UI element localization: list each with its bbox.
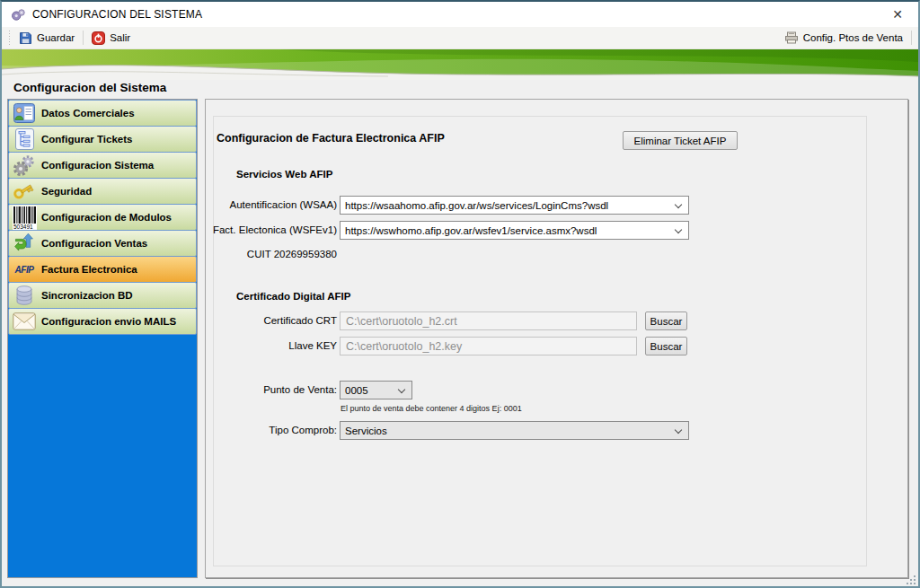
buscar-crt-button[interactable]: Buscar (645, 312, 687, 330)
wsaa-value: https://wsaahomo.afip.gov.ar/ws/services… (345, 200, 608, 211)
sidebar-item-label: Datos Comerciales (41, 108, 135, 118)
sidebar-item-label: Configurar Tickets (41, 134, 132, 145)
main-panel: Configuracion de Factura Electronica AFI… (205, 99, 908, 578)
banner-swoosh-graphic (2, 49, 918, 80)
toolbar-grip[interactable] (8, 31, 11, 46)
green-banner (2, 49, 918, 80)
punto-venta-hint: El punto de venta debe contener 4 digito… (341, 404, 522, 413)
barcode-icon: 503491 503491 (12, 206, 37, 230)
business-card-icon (12, 101, 37, 126)
cash-register-icon (784, 31, 799, 44)
save-label: Guardar (37, 32, 75, 43)
gears-icon (12, 154, 37, 178)
chevron-down-icon[interactable] (675, 226, 682, 233)
tipo-comprob-value: Servicios (345, 426, 387, 436)
eliminar-ticket-afip-button[interactable]: Eliminar Ticket AFIP (623, 131, 738, 150)
sidebar-item-label: Factura Electronica (41, 264, 137, 275)
tipo-comprob-combobox[interactable]: Servicios (340, 421, 689, 440)
wsfe-value: https://wswhomo.afip.gov.ar/wsfev1/servi… (345, 225, 597, 236)
punto-venta-value: 0005 (345, 385, 368, 396)
wsfe-label: Fact. Electonica (WSFEv1) (206, 224, 337, 235)
sidebar-item-label: Configuracion envio MAILS (41, 316, 176, 327)
database-icon (12, 284, 37, 308)
close-icon[interactable]: ✕ (882, 4, 913, 25)
llave-key-label: Llave KEY (206, 340, 337, 351)
exit-label: Salir (110, 32, 130, 43)
envelope-icon (12, 310, 37, 334)
app-window: CONFIGURACION DEL SISTEMA ✕ Guardar Sali… (0, 0, 920, 588)
servicios-web-afip-header: Servicios Web AFIP (236, 169, 332, 180)
sidebar-item-configuracion-ventas[interactable]: Configuracion Ventas (8, 230, 197, 257)
tipo-comprob-label: Tipo Comprob: (206, 425, 337, 435)
punto-venta-combobox[interactable]: 0005 (340, 381, 412, 399)
main-section-title: Configuracion de Factura Electronica AFI… (217, 132, 445, 145)
toolbar-separator (911, 31, 912, 45)
ticket-tree-icon (12, 127, 37, 152)
sync-arrows-icon (12, 232, 37, 256)
title-bar: CONFIGURACION DEL SISTEMA ✕ (2, 2, 918, 27)
sidebar-item-label: Configuracion de Modulos (41, 212, 172, 223)
chevron-down-icon[interactable] (675, 426, 682, 434)
buscar-key-button[interactable]: Buscar (645, 337, 687, 355)
chevron-down-icon[interactable] (675, 201, 682, 208)
sidebar-nav: Datos Comerciales Configurar Tickets (7, 99, 198, 578)
resize-grip[interactable] (906, 575, 916, 584)
barcode-number: 503491 (13, 224, 33, 230)
sidebar-item-sincronizacion-bd[interactable]: Sincronizacion BD (8, 282, 197, 309)
wsaa-combobox[interactable]: https://wsaahomo.afip.gov.ar/ws/services… (340, 196, 689, 215)
wsaa-label: Autentificacion (WSAA) (206, 199, 337, 210)
sidebar-item-datos-comerciales[interactable]: Datos Comerciales (8, 100, 197, 127)
sidebar-item-factura-electronica[interactable]: AFIP Factura Electronica (8, 256, 197, 283)
power-icon (92, 31, 105, 45)
key-icon (12, 180, 37, 204)
sidebar-item-seguridad[interactable]: Seguridad (8, 178, 197, 205)
sidebar-item-configuracion-mails[interactable]: Configuracion envio MAILS (8, 308, 197, 335)
wsfe-combobox[interactable]: https://wswhomo.afip.gov.ar/wsfev1/servi… (340, 221, 689, 240)
sidebar-item-configuracion-modulos[interactable]: 503491 503491 Configuracion de Modulos (8, 204, 197, 231)
certificado-crt-input[interactable] (340, 312, 637, 330)
certificado-digital-header: Certificado Digital AFIP (236, 291, 350, 302)
sidebar-item-label: Seguridad (41, 186, 92, 197)
llave-key-input[interactable] (340, 337, 637, 355)
floppy-icon (19, 31, 32, 45)
sidebar-item-configuracion-sistema[interactable]: Configuracion Sistema (8, 152, 197, 179)
cuit-label: CUIT 20269959380 (206, 249, 337, 259)
exit-button[interactable]: Salir (86, 29, 136, 48)
config-ptos-venta-label: Config. Ptos de Venta (803, 32, 903, 43)
window-title: CONFIGURACION DEL SISTEMA (32, 8, 202, 21)
afip-logo-icon: AFIP (12, 258, 37, 282)
app-gears-icon (11, 7, 27, 22)
toolbar-separator (83, 31, 84, 45)
toolbar: Guardar Salir Config. Ptos de Venta (2, 27, 918, 49)
sidebar-item-label: Configuracion Sistema (41, 160, 154, 171)
page-title: Configuracion del Sistema (2, 81, 918, 100)
certificado-crt-label: Certificado CRT (206, 315, 337, 326)
sidebar-item-label: Sincronizacion BD (41, 290, 133, 301)
punto-venta-label: Punto de Venta: (206, 384, 337, 395)
config-ptos-venta-button[interactable]: Config. Ptos de Venta (779, 29, 908, 47)
save-button[interactable]: Guardar (13, 29, 80, 48)
chevron-down-icon[interactable] (398, 386, 405, 393)
sidebar-item-label: Configuracion Ventas (41, 238, 147, 249)
sidebar-item-configurar-tickets[interactable]: Configurar Tickets (8, 126, 197, 153)
